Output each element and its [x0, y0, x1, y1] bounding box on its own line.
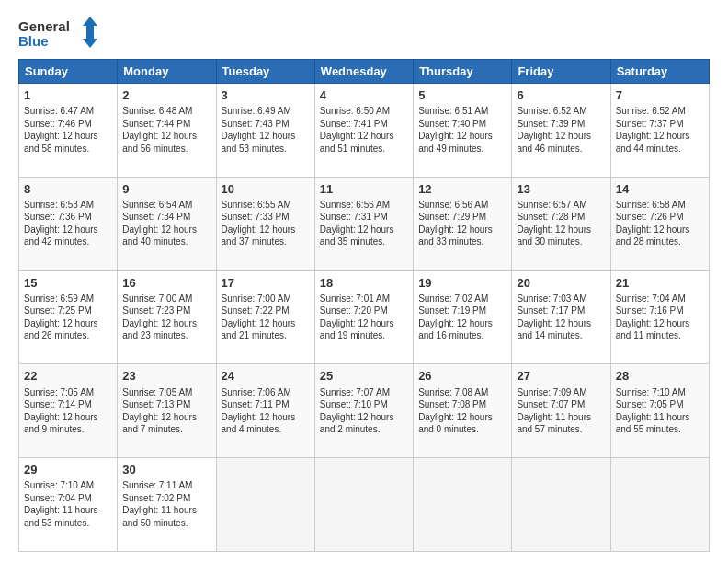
cell-info: Sunrise: 7:05 AMSunset: 7:13 PMDaylight:… [122, 386, 210, 436]
day-number: 1 [24, 87, 112, 104]
cell-info: Sunrise: 6:59 AMSunset: 7:25 PMDaylight:… [24, 293, 112, 342]
day-number: 3 [222, 87, 310, 104]
day-number: 6 [517, 87, 605, 104]
calendar-cell: 14Sunrise: 6:58 AMSunset: 7:26 PMDayligh… [610, 177, 709, 270]
calendar-row-2: 15Sunrise: 6:59 AMSunset: 7:25 PMDayligh… [19, 270, 710, 364]
svg-text:Blue: Blue [18, 33, 49, 49]
calendar-cell: 24Sunrise: 7:06 AMSunset: 7:11 PMDayligh… [216, 364, 314, 458]
calendar-cell [216, 458, 314, 552]
cell-info: Sunrise: 7:06 AMSunset: 7:11 PMDaylight:… [222, 386, 310, 436]
cell-info: Sunrise: 7:10 AMSunset: 7:05 PMDaylight:… [616, 386, 704, 436]
cell-info: Sunrise: 6:57 AMSunset: 7:28 PMDaylight:… [517, 199, 605, 248]
cell-info: Sunrise: 6:55 AMSunset: 7:33 PMDaylight:… [222, 199, 310, 248]
day-number: 17 [222, 275, 310, 292]
day-number: 19 [418, 275, 506, 292]
day-number: 5 [418, 87, 506, 104]
calendar-cell: 9Sunrise: 6:54 AMSunset: 7:34 PMDaylight… [118, 177, 216, 270]
cell-info: Sunrise: 7:11 AMSunset: 7:02 PMDaylight:… [122, 479, 210, 529]
cell-info: Sunrise: 6:56 AMSunset: 7:31 PMDaylight:… [320, 199, 408, 248]
day-number: 24 [222, 368, 310, 385]
day-number: 26 [418, 368, 506, 385]
day-number: 18 [320, 275, 408, 292]
weekday-friday: Friday [512, 60, 610, 84]
calendar-row-0: 1Sunrise: 6:47 AMSunset: 7:46 PMDaylight… [19, 84, 710, 178]
weekday-saturday: Saturday [610, 60, 709, 84]
calendar-row-3: 22Sunrise: 7:05 AMSunset: 7:14 PMDayligh… [19, 364, 710, 458]
calendar-cell: 19Sunrise: 7:02 AMSunset: 7:19 PMDayligh… [414, 270, 512, 364]
calendar-cell: 30Sunrise: 7:11 AMSunset: 7:02 PMDayligh… [118, 458, 216, 552]
calendar-cell: 2Sunrise: 6:48 AMSunset: 7:44 PMDaylight… [118, 84, 216, 178]
day-number: 15 [24, 275, 112, 292]
day-number: 22 [24, 368, 112, 385]
day-number: 30 [122, 462, 210, 478]
calendar-cell: 28Sunrise: 7:10 AMSunset: 7:05 PMDayligh… [610, 364, 709, 458]
page: General Blue SundayMondayTuesdayWednesda… [0, 0, 728, 563]
calendar-cell: 1Sunrise: 6:47 AMSunset: 7:46 PMDaylight… [19, 84, 118, 178]
cell-info: Sunrise: 7:10 AMSunset: 7:04 PMDaylight:… [24, 479, 112, 529]
cell-info: Sunrise: 6:50 AMSunset: 7:41 PMDaylight:… [320, 105, 408, 155]
calendar-cell [314, 458, 413, 552]
weekday-header-row: SundayMondayTuesdayWednesdayThursdayFrid… [19, 60, 710, 84]
svg-text:General: General [18, 18, 70, 34]
weekday-sunday: Sunday [19, 60, 118, 84]
calendar-cell: 11Sunrise: 6:56 AMSunset: 7:31 PMDayligh… [314, 177, 413, 270]
svg-marker-2 [83, 17, 97, 48]
calendar-cell: 21Sunrise: 7:04 AMSunset: 7:16 PMDayligh… [610, 270, 709, 364]
calendar-cell: 17Sunrise: 7:00 AMSunset: 7:22 PMDayligh… [216, 270, 314, 364]
calendar-cell: 16Sunrise: 7:00 AMSunset: 7:23 PMDayligh… [118, 270, 216, 364]
cell-info: Sunrise: 7:03 AMSunset: 7:17 PMDaylight:… [517, 293, 605, 342]
cell-info: Sunrise: 7:00 AMSunset: 7:23 PMDaylight:… [122, 293, 210, 342]
calendar-cell: 8Sunrise: 6:53 AMSunset: 7:36 PMDaylight… [19, 177, 118, 270]
day-number: 28 [616, 368, 704, 385]
calendar-cell: 7Sunrise: 6:52 AMSunset: 7:37 PMDaylight… [610, 84, 709, 178]
cell-info: Sunrise: 6:56 AMSunset: 7:29 PMDaylight:… [418, 199, 506, 248]
day-number: 11 [320, 181, 408, 198]
calendar-cell: 27Sunrise: 7:09 AMSunset: 7:07 PMDayligh… [512, 364, 610, 458]
calendar-cell: 6Sunrise: 6:52 AMSunset: 7:39 PMDaylight… [512, 84, 610, 178]
cell-info: Sunrise: 7:00 AMSunset: 7:22 PMDaylight:… [222, 293, 310, 342]
calendar-row-4: 29Sunrise: 7:10 AMSunset: 7:04 PMDayligh… [19, 458, 710, 552]
calendar-cell: 4Sunrise: 6:50 AMSunset: 7:41 PMDaylight… [314, 84, 413, 178]
day-number: 13 [517, 181, 605, 198]
calendar-cell: 26Sunrise: 7:08 AMSunset: 7:08 PMDayligh… [414, 364, 512, 458]
day-number: 9 [122, 181, 210, 198]
day-number: 25 [320, 368, 408, 385]
calendar-cell: 13Sunrise: 6:57 AMSunset: 7:28 PMDayligh… [512, 177, 610, 270]
calendar-row-1: 8Sunrise: 6:53 AMSunset: 7:36 PMDaylight… [19, 177, 710, 270]
calendar-cell: 25Sunrise: 7:07 AMSunset: 7:10 PMDayligh… [314, 364, 413, 458]
day-number: 14 [616, 181, 704, 198]
calendar-cell: 3Sunrise: 6:49 AMSunset: 7:43 PMDaylight… [216, 84, 314, 178]
calendar-cell [512, 458, 610, 552]
calendar-cell: 5Sunrise: 6:51 AMSunset: 7:40 PMDaylight… [414, 84, 512, 178]
cell-info: Sunrise: 7:09 AMSunset: 7:07 PMDaylight:… [517, 386, 605, 436]
weekday-thursday: Thursday [414, 60, 512, 84]
logo: General Blue [18, 15, 101, 52]
calendar-cell: 22Sunrise: 7:05 AMSunset: 7:14 PMDayligh… [19, 364, 118, 458]
day-number: 12 [418, 181, 506, 198]
cell-info: Sunrise: 6:53 AMSunset: 7:36 PMDaylight:… [24, 199, 112, 248]
calendar-cell: 20Sunrise: 7:03 AMSunset: 7:17 PMDayligh… [512, 270, 610, 364]
cell-info: Sunrise: 7:05 AMSunset: 7:14 PMDaylight:… [24, 386, 112, 436]
calendar-table: SundayMondayTuesdayWednesdayThursdayFrid… [18, 59, 710, 552]
cell-info: Sunrise: 6:51 AMSunset: 7:40 PMDaylight:… [418, 105, 506, 155]
day-number: 27 [517, 368, 605, 385]
cell-info: Sunrise: 6:47 AMSunset: 7:46 PMDaylight:… [24, 105, 112, 155]
day-number: 16 [122, 275, 210, 292]
cell-info: Sunrise: 7:07 AMSunset: 7:10 PMDaylight:… [320, 386, 408, 436]
cell-info: Sunrise: 6:48 AMSunset: 7:44 PMDaylight:… [122, 105, 210, 155]
day-number: 4 [320, 87, 408, 104]
logo-svg: General Blue [18, 15, 101, 52]
cell-info: Sunrise: 7:01 AMSunset: 7:20 PMDaylight:… [320, 293, 408, 342]
calendar-cell: 23Sunrise: 7:05 AMSunset: 7:13 PMDayligh… [118, 364, 216, 458]
cell-info: Sunrise: 6:49 AMSunset: 7:43 PMDaylight:… [222, 105, 310, 155]
day-number: 8 [24, 181, 112, 198]
weekday-monday: Monday [118, 60, 216, 84]
calendar-cell [414, 458, 512, 552]
cell-info: Sunrise: 7:08 AMSunset: 7:08 PMDaylight:… [418, 386, 506, 436]
cell-info: Sunrise: 7:02 AMSunset: 7:19 PMDaylight:… [418, 293, 506, 342]
calendar-cell: 18Sunrise: 7:01 AMSunset: 7:20 PMDayligh… [314, 270, 413, 364]
day-number: 7 [616, 87, 704, 104]
cell-info: Sunrise: 6:54 AMSunset: 7:34 PMDaylight:… [122, 199, 210, 248]
calendar-cell: 15Sunrise: 6:59 AMSunset: 7:25 PMDayligh… [19, 270, 118, 364]
day-number: 2 [122, 87, 210, 104]
